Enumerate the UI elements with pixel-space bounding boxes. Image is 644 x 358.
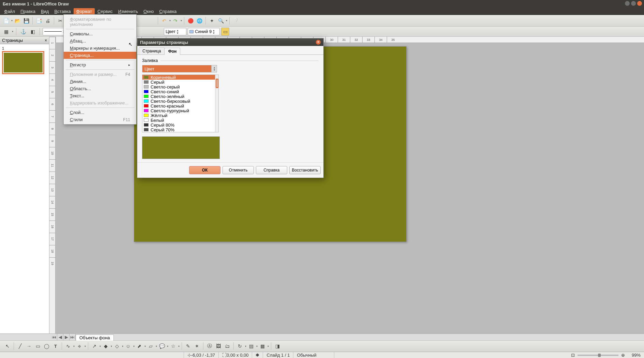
from-file-tool[interactable]: 🖼: [214, 342, 223, 350]
fill-type-combo[interactable]: Цвет▴▾: [164, 28, 186, 35]
zoom-button[interactable]: 🔍: [217, 17, 225, 25]
color-option-жёлтый[interactable]: Жёлтый: [142, 113, 218, 118]
line-style-combo[interactable]: ▴▾: [43, 28, 66, 35]
menu-item-линия[interactable]: Линия...: [64, 78, 136, 85]
help-button[interactable]: Справка: [256, 166, 287, 174]
menu-item-регистр[interactable]: Регистр▸: [64, 61, 136, 68]
arrow-tool[interactable]: →: [25, 342, 33, 350]
tab-nav-first[interactable]: ⏮: [51, 334, 57, 340]
cancel-button[interactable]: Отменить: [223, 166, 254, 174]
ellipse-tool[interactable]: ◯: [43, 342, 51, 350]
page-thumbnail[interactable]: 1: [0, 44, 49, 76]
zoom-control[interactable]: ⊡ ⊕: [568, 352, 628, 358]
color-option-белый[interactable]: Белый: [142, 118, 218, 123]
undo-button[interactable]: ↶: [160, 17, 168, 25]
flowchart-tool[interactable]: ▱: [147, 342, 155, 350]
color-option-коричневый[interactable]: Коричневый: [142, 75, 218, 80]
menu-item-текст[interactable]: Текст...: [64, 92, 136, 99]
navigator-button[interactable]: ✦: [208, 17, 216, 25]
fill-type-dropdown[interactable]: Цвет ▴▾: [142, 65, 217, 72]
zoom-fit-icon[interactable]: ⊡: [571, 353, 575, 358]
menu-item-символы[interactable]: Символы...: [64, 30, 136, 37]
window-minimize-button[interactable]: [625, 1, 630, 6]
rotate-tool[interactable]: ↻: [236, 342, 244, 350]
tab-nav-next[interactable]: ▶: [63, 334, 70, 340]
connector-tool[interactable]: ⎆: [75, 342, 83, 350]
extrusion-tool[interactable]: ◨: [273, 342, 281, 350]
window-close-button[interactable]: [637, 1, 642, 6]
dialog-tab-страница[interactable]: Страница: [139, 47, 165, 54]
anchor-button[interactable]: ⚓: [19, 28, 27, 36]
chart-button[interactable]: 🔴: [186, 17, 195, 25]
block-arrows-tool[interactable]: ⬈: [135, 342, 143, 350]
menu-item-абзац[interactable]: Абзац...: [64, 37, 136, 45]
align-tool[interactable]: ▤: [247, 342, 255, 350]
gallery-tool[interactable]: 🗂: [223, 342, 231, 350]
text-tool[interactable]: T: [51, 342, 60, 350]
arrange-tool[interactable]: ▦: [258, 342, 266, 350]
menu-item-слой[interactable]: Слой...: [64, 109, 136, 116]
tab-nav-prev[interactable]: ◀: [57, 334, 63, 340]
curve-tool[interactable]: ∿: [64, 342, 72, 350]
fill-color-combo[interactable]: Синий 9▴▾: [188, 28, 220, 35]
menu-вставка[interactable]: Вставка: [51, 8, 73, 15]
dialog-titlebar[interactable]: Параметры страницы ×: [137, 38, 323, 46]
lines-arrows-tool[interactable]: ↗: [90, 342, 98, 350]
help-button[interactable]: ❔: [232, 17, 240, 25]
menu-справка[interactable]: Справка: [156, 8, 179, 15]
color-option-светло-синий[interactable]: Светло-синий: [142, 89, 218, 94]
points-tool[interactable]: ✎: [184, 342, 192, 350]
gluepoints-tool[interactable]: ✶: [193, 342, 201, 350]
menu-окно[interactable]: Окно: [141, 8, 156, 15]
color-option-светло-зелёный[interactable]: Светло-зелёный: [142, 94, 218, 99]
ok-button[interactable]: ОК: [189, 166, 220, 174]
menu-item-область[interactable]: Область...: [64, 85, 136, 92]
line-tool[interactable]: ╱: [16, 342, 24, 350]
color-option-серый[interactable]: Серый: [142, 80, 218, 84]
menu-item-маркеры-и-нумерация[interactable]: Маркеры и нумерация...: [64, 45, 136, 52]
tab-nav-last[interactable]: ⏭: [70, 334, 76, 340]
symbol-shapes-tool[interactable]: ☺: [124, 342, 132, 350]
menu-файл[interactable]: Файл: [1, 8, 18, 15]
dialog-tab-фон[interactable]: Фон: [164, 48, 180, 55]
open-button[interactable]: 📂: [13, 17, 21, 25]
color-option-светло-пурпурный[interactable]: Светло-пурпурный: [142, 108, 218, 113]
menu-изменить[interactable]: Изменить: [115, 8, 141, 15]
menu-item-стили[interactable]: СтилиF11: [64, 116, 136, 123]
save-button[interactable]: 💾: [22, 17, 30, 25]
color-option-серый-70%[interactable]: Серый 70%: [142, 127, 218, 132]
hyperlink-button[interactable]: 🌐: [195, 17, 203, 25]
rectangle-tool[interactable]: ▭: [34, 342, 42, 350]
color-option-светло-серый[interactable]: Светло-серый: [142, 84, 218, 89]
fontwork-tool[interactable]: Ⓐ: [205, 342, 214, 350]
arrange-button[interactable]: ▦: [2, 28, 10, 36]
zoom-value[interactable]: 99%: [628, 352, 644, 358]
shadow-button[interactable]: ◧: [29, 28, 37, 36]
color-listbox[interactable]: КоричневыйСерыйСветло-серыйСветло-синийС…: [142, 75, 219, 132]
menu-формат[interactable]: Формат: [74, 8, 95, 15]
layer-tab-background[interactable]: Объекты фона: [76, 335, 114, 341]
menu-вид[interactable]: Вид: [38, 8, 52, 15]
menu-сервис[interactable]: Сервис: [95, 8, 116, 15]
print-button[interactable]: 🖨: [44, 17, 52, 25]
color-option-светло-бирюзовый[interactable]: Светло-бирюзовый: [142, 99, 218, 103]
3d-tool[interactable]: ◆: [102, 342, 110, 350]
callout-tool[interactable]: 💬: [158, 342, 166, 350]
reset-button[interactable]: Восстановить: [289, 166, 321, 174]
pages-panel-close-icon[interactable]: ×: [45, 38, 47, 43]
window-maximize-button[interactable]: [631, 1, 636, 6]
menu-правка[interactable]: Правка: [18, 8, 38, 15]
area-button[interactable]: ▭: [221, 28, 229, 36]
zoom-slider[interactable]: [578, 355, 618, 356]
export-pdf-button[interactable]: 📑: [35, 17, 43, 25]
color-option-светло-красный[interactable]: Светло-красный: [142, 103, 218, 108]
dialog-close-button[interactable]: ×: [316, 40, 321, 45]
redo-button[interactable]: ↷: [171, 17, 180, 25]
stars-tool[interactable]: ☆: [169, 342, 177, 350]
new-doc-button[interactable]: 📄: [2, 17, 10, 25]
color-option-серый-80%[interactable]: Серый 80%: [142, 123, 218, 127]
basic-shapes-tool[interactable]: ◇: [113, 342, 121, 350]
listbox-scrollbar[interactable]: [215, 75, 218, 132]
select-tool[interactable]: ↖: [3, 342, 12, 350]
menu-item-страница[interactable]: Страница...: [64, 52, 136, 59]
